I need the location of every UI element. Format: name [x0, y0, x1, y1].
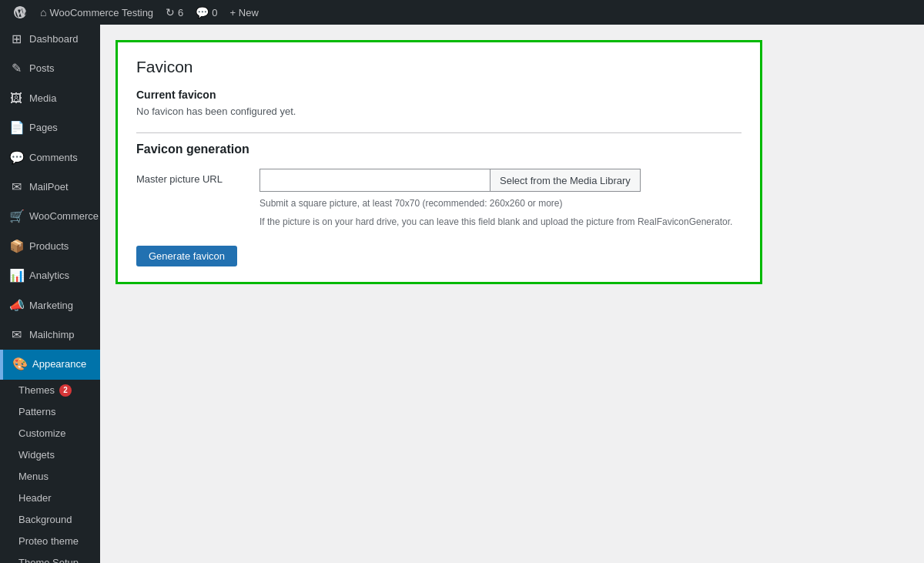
sidebar-sub-background[interactable]: Background: [0, 509, 100, 531]
sidebar-item-pages[interactable]: 📄 Pages: [0, 113, 100, 142]
sidebar-item-marketing[interactable]: 📣 Marketing: [0, 291, 100, 320]
select-media-button[interactable]: Select from the Media Library: [490, 169, 641, 192]
mailchimp-icon: ✉: [9, 327, 23, 343]
generate-favicon-button[interactable]: Generate favicon: [136, 246, 237, 266]
sidebar-item-woocommerce[interactable]: 🛒 WooCommerce: [0, 202, 100, 231]
page-title: Favicon: [136, 58, 742, 76]
comments-sidebar-icon: 💬: [9, 149, 23, 166]
favicon-generation-title: Favicon generation: [136, 132, 742, 156]
marketing-icon: 📣: [9, 297, 23, 314]
sidebar-sub-widgets[interactable]: Widgets: [0, 444, 100, 466]
form-controls: Select from the Media Library Submit a s…: [259, 169, 732, 229]
sidebar-sub-header[interactable]: Header: [0, 488, 100, 509]
favicon-panel: Favicon Current favicon No favicon has b…: [116, 40, 762, 284]
appearance-icon: 🎨: [12, 356, 26, 373]
sidebar-item-media[interactable]: 🖼 Media: [0, 84, 100, 113]
content-area: Favicon Current favicon No favicon has b…: [100, 25, 924, 563]
posts-icon: ✎: [9, 60, 23, 77]
analytics-icon: 📊: [9, 267, 23, 284]
site-name-button[interactable]: ⌂ WooCommerce Testing: [34, 0, 159, 25]
master-picture-label: Master picture URL: [136, 169, 259, 185]
sidebar-sub-themes[interactable]: Themes 2: [0, 380, 100, 401]
sidebar-item-appearance[interactable]: 🎨 Appearance: [0, 350, 100, 379]
products-icon: 📦: [9, 238, 23, 255]
sidebar-sub-patterns[interactable]: Patterns: [0, 401, 100, 423]
sidebar-item-comments[interactable]: 💬 Comments: [0, 143, 100, 173]
master-picture-row: Master picture URL Select from the Media…: [136, 169, 742, 229]
main-layout: ⊞ Dashboard ✎ Posts 🖼 Media 📄 Pages 💬 Co…: [0, 25, 924, 563]
hint-1: Submit a square picture, at least 70x70 …: [259, 196, 732, 210]
sidebar-sub-menus[interactable]: Menus: [0, 466, 100, 488]
comments-button[interactable]: 💬 0: [189, 0, 223, 25]
no-favicon-text: No favicon has been configured yet.: [136, 106, 742, 117]
sidebar: ⊞ Dashboard ✎ Posts 🖼 Media 📄 Pages 💬 Co…: [0, 25, 100, 563]
sidebar-item-mailpoet[interactable]: ✉ MailPoet: [0, 173, 100, 202]
dashboard-icon: ⊞: [9, 31, 23, 48]
new-content-button[interactable]: + New: [224, 0, 265, 25]
updates-icon: ↻: [166, 6, 175, 18]
sidebar-item-analytics[interactable]: 📊 Analytics: [0, 261, 100, 290]
hint-2: If the picture is on your hard drive, yo…: [259, 215, 732, 229]
mailpoet-icon: ✉: [9, 179, 23, 196]
sidebar-item-products[interactable]: 📦 Products: [0, 232, 100, 261]
url-input[interactable]: [259, 169, 490, 192]
wp-logo-button[interactable]: [6, 0, 34, 25]
sidebar-item-posts[interactable]: ✎ Posts: [0, 54, 100, 83]
comments-icon: 💬: [196, 6, 209, 18]
pages-icon: 📄: [9, 119, 23, 136]
themes-badge: 2: [59, 384, 72, 397]
updates-button[interactable]: ↻ 6: [159, 0, 189, 25]
sidebar-item-mailchimp[interactable]: ✉ Mailchimp: [0, 320, 100, 350]
sidebar-sub-theme-setup[interactable]: Theme Setup: [0, 552, 100, 563]
woocommerce-icon: 🛒: [9, 208, 23, 225]
url-input-row: Select from the Media Library: [259, 169, 732, 192]
sidebar-item-dashboard[interactable]: ⊞ Dashboard: [0, 25, 100, 54]
current-favicon-title: Current favicon: [136, 89, 742, 101]
wp-logo-icon: [12, 5, 28, 20]
sidebar-sub-customize[interactable]: Customize: [0, 423, 100, 444]
home-icon: ⌂: [40, 6, 46, 18]
media-icon: 🖼: [9, 90, 23, 107]
sidebar-sub-proteo-theme[interactable]: Proteo theme: [0, 531, 100, 552]
admin-bar: ⌂ WooCommerce Testing ↻ 6 💬 0 + New: [0, 0, 924, 25]
